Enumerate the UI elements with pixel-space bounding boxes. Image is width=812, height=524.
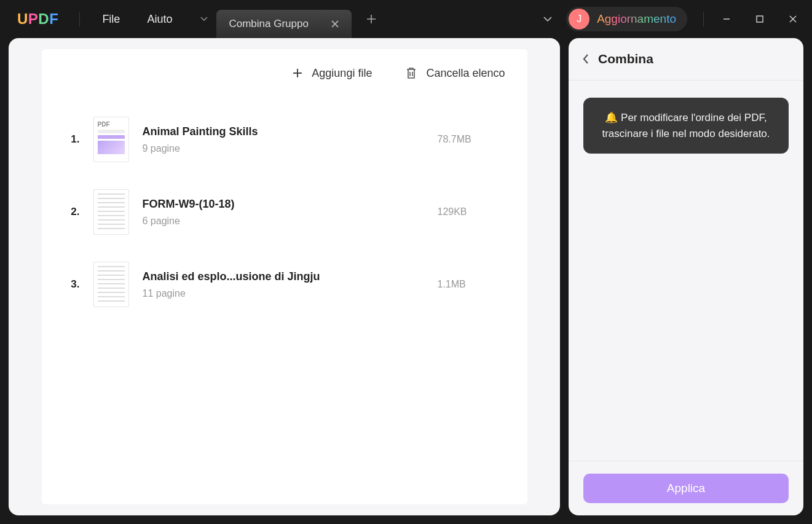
- file-row[interactable]: 2.FORM-W9-(10-18)6 pagine129KB: [42, 176, 527, 248]
- divider: [79, 12, 80, 26]
- file-info: Analisi ed esplo...usione di Jingju11 pa…: [143, 270, 424, 299]
- new-tab-button[interactable]: [352, 14, 391, 24]
- file-size: 78.7MB: [438, 134, 505, 145]
- file-list-container: Aggiungi file Cancella elenco 1.PDFAnima…: [42, 49, 527, 504]
- file-pages: 9 pagine: [143, 143, 424, 154]
- hint-box: 🔔 Per modificare l'ordine dei PDF, trasc…: [583, 98, 789, 154]
- tab-combina-gruppo[interactable]: Combina Gruppo: [216, 10, 351, 38]
- add-file-label: Aggiungi file: [312, 67, 372, 80]
- file-info: Animal Painting Skills9 pagine: [143, 125, 424, 154]
- chevron-left-icon: [582, 53, 589, 65]
- app-logo: UPDF: [17, 10, 58, 28]
- back-button[interactable]: [582, 53, 589, 65]
- close-icon: [331, 20, 339, 28]
- side-title: Combina: [598, 52, 653, 66]
- user-update-chip[interactable]: J Aggiornamento: [566, 7, 687, 31]
- maximize-button[interactable]: [746, 7, 774, 31]
- plus-icon: [292, 68, 303, 79]
- file-index: 2.: [64, 206, 80, 218]
- titlebar: UPDF File Aiuto Combina Gruppo J Agg: [0, 0, 812, 38]
- file-thumbnail: [93, 262, 129, 307]
- menu-file[interactable]: File: [89, 9, 133, 29]
- chevron-down-icon: [200, 17, 208, 22]
- clear-list-label: Cancella elenco: [426, 67, 505, 80]
- close-tab-button[interactable]: [331, 20, 339, 28]
- file-pages: 11 pagine: [143, 288, 424, 299]
- side-header: Combina: [569, 38, 803, 80]
- file-index: 1.: [64, 133, 80, 146]
- minimize-button[interactable]: [712, 7, 741, 31]
- apply-button[interactable]: Applica: [583, 474, 789, 503]
- file-name: Analisi ed esplo...usione di Jingju: [143, 270, 424, 283]
- side-panel: Combina 🔔 Per modificare l'ordine dei PD…: [569, 38, 803, 515]
- file-row[interactable]: 3.Analisi ed esplo...usione di Jingju11 …: [42, 248, 527, 321]
- file-thumbnail: [93, 189, 129, 235]
- plus-icon: [366, 14, 376, 24]
- tab-list-dropdown[interactable]: [192, 17, 216, 22]
- file-thumbnail: PDF: [93, 117, 129, 162]
- file-index: 3.: [64, 278, 80, 291]
- tabs-overflow-button[interactable]: [529, 16, 566, 22]
- file-row[interactable]: 1.PDFAnimal Painting Skills9 pagine78.7M…: [42, 103, 527, 176]
- chevron-down-icon: [543, 16, 553, 22]
- file-name: FORM-W9-(10-18): [143, 198, 424, 211]
- file-size: 129KB: [438, 206, 505, 217]
- svg-rect-0: [757, 16, 763, 22]
- divider: [703, 12, 704, 26]
- update-label: Aggiornamento: [597, 12, 676, 26]
- file-list: 1.PDFAnimal Painting Skills9 pagine78.7M…: [42, 97, 527, 327]
- side-footer: Applica: [569, 461, 803, 515]
- add-file-button[interactable]: Aggiungi file: [292, 67, 372, 80]
- tab-label: Combina Gruppo: [229, 18, 308, 30]
- maximize-icon: [755, 15, 764, 23]
- main-panel: Aggiungi file Cancella elenco 1.PDFAnima…: [9, 38, 560, 515]
- file-toolbar: Aggiungi file Cancella elenco: [42, 49, 527, 97]
- file-pages: 6 pagine: [143, 216, 424, 227]
- file-size: 1.1MB: [438, 279, 505, 290]
- close-icon: [789, 15, 797, 23]
- file-name: Animal Painting Skills: [143, 125, 424, 138]
- avatar: J: [569, 9, 589, 29]
- menu-help[interactable]: Aiuto: [133, 9, 186, 29]
- close-window-button[interactable]: [779, 7, 807, 31]
- file-info: FORM-W9-(10-18)6 pagine: [143, 198, 424, 227]
- clear-list-button[interactable]: Cancella elenco: [405, 66, 505, 80]
- minimize-icon: [722, 15, 731, 23]
- trash-icon: [405, 66, 417, 80]
